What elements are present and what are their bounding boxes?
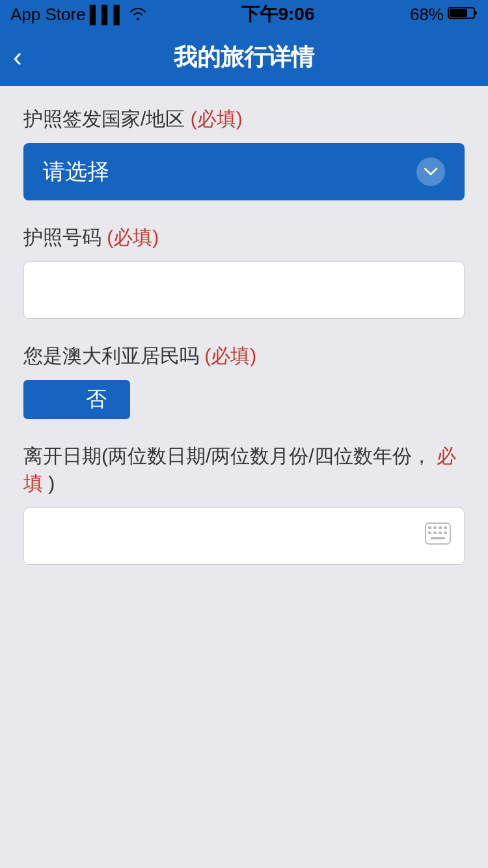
status-right: 68% [410,5,478,25]
passport-number-label: 护照号码 (必填) [23,224,465,251]
svg-rect-8 [433,532,437,534]
wifi-icon [129,5,146,25]
resident-toggle-group: 否 [23,380,465,419]
svg-rect-11 [431,537,445,539]
carrier-label: App Store [10,5,86,25]
svg-rect-6 [444,526,447,529]
back-icon: ‹ [13,42,22,73]
passport-number-input[interactable] [23,262,465,319]
passport-number-section: 护照号码 (必填) [23,224,465,319]
back-button[interactable]: ‹ [13,42,22,73]
form-content: 护照签发国家/地区 (必填) 请选择 护照号码 (必填) 您是澳大利亚居民吗 (… [0,86,488,608]
status-time: 下午9:06 [241,2,314,27]
status-left: App Store ▌▌▌ [10,5,146,25]
australian-resident-section: 您是澳大利亚居民吗 (必填) 否 [23,342,465,419]
departure-date-input[interactable] [37,525,425,547]
australian-resident-required: (必填) [204,345,256,366]
departure-date-section: 离开日期(两位数日期/两位数月份/四位数年份， 必填 ) [23,442,465,565]
keyboard-icon [425,522,451,550]
resident-no-button[interactable]: 否 [62,380,130,419]
departure-date-label: 离开日期(两位数日期/两位数月份/四位数年份， 必填 ) [23,442,465,497]
nav-bar: ‹ 我的旅行详情 [0,29,488,86]
status-bar: App Store ▌▌▌ 下午9:06 68% [0,0,488,29]
chevron-down-icon [416,157,445,186]
battery-label: 68% [410,5,444,25]
dropdown-placeholder: 请选择 [43,157,109,187]
svg-rect-3 [428,526,431,529]
svg-rect-5 [439,526,442,529]
passport-country-section: 护照签发国家/地区 (必填) 请选择 [23,105,465,200]
passport-country-required: (必填) [191,108,243,129]
toggle-checkbox[interactable] [23,380,62,419]
passport-country-label: 护照签发国家/地区 (必填) [23,105,465,133]
svg-rect-7 [428,532,431,534]
australian-resident-label: 您是澳大利亚居民吗 (必填) [23,342,465,370]
departure-date-wrapper [23,508,465,565]
svg-rect-10 [444,532,447,534]
svg-rect-4 [433,526,437,529]
passport-country-dropdown[interactable]: 请选择 [23,143,465,200]
passport-number-required: (必填) [107,226,159,248]
svg-rect-9 [439,532,442,534]
signal-icon: ▌▌▌ [90,5,126,25]
page-title: 我的旅行详情 [174,42,314,74]
battery-icon [448,5,478,25]
svg-rect-1 [450,9,467,17]
